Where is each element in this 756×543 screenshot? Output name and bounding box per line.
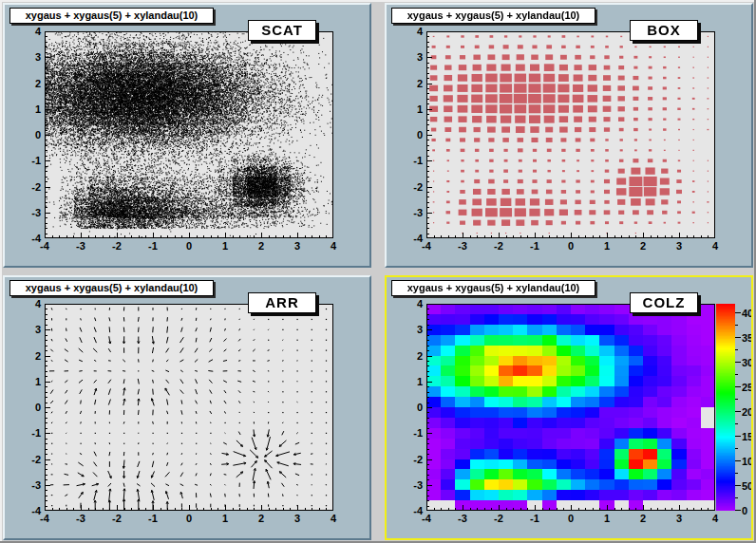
pad-box[interactable]: xygaus + xygaus(5) + xylandau(10) BOX -4…: [385, 3, 753, 268]
x-tick-label: -2: [487, 240, 510, 252]
y-tick-label: -1: [394, 427, 423, 439]
y-tick-label: -2: [12, 181, 41, 193]
x-tick-label: -1: [523, 240, 546, 252]
y-tick-label: 4: [394, 26, 423, 37]
x-tick-label: -1: [523, 513, 546, 524]
y-tick-label: 3: [12, 324, 41, 335]
x-tick-label: -3: [451, 513, 474, 524]
y-tick-label: -3: [394, 207, 423, 218]
x-tick-label: 0: [178, 513, 200, 524]
pad-colz[interactable]: xygaus + xygaus(5) + xylandau(10) COLZ -…: [385, 275, 753, 540]
x-tick-label: -2: [487, 513, 510, 524]
x-tick-label: 3: [668, 513, 690, 524]
y-tick-label: 1: [12, 103, 41, 115]
root-canvas: xygaus + xygaus(5) + xylandau(10) SCAT -…: [0, 0, 756, 543]
y-tick-label: 0: [12, 129, 41, 140]
x-tick-label: 2: [250, 513, 273, 524]
y-tick-label: 3: [394, 324, 423, 335]
x-tick-label: 1: [595, 513, 618, 524]
y-tick-label: -1: [12, 155, 41, 166]
y-tick-label: -4: [394, 505, 423, 516]
draw-option-label-box[interactable]: BOX: [630, 20, 698, 41]
y-tick-label: 3: [394, 51, 423, 63]
y-tick-label: 4: [12, 26, 41, 37]
z-tick-label: 400: [742, 308, 753, 319]
z-tick-label: 300: [742, 357, 753, 368]
x-tick-label: 2: [632, 513, 654, 524]
pad-scat[interactable]: xygaus + xygaus(5) + xylandau(10) SCAT -…: [3, 3, 371, 268]
y-tick-label: -2: [394, 181, 423, 193]
y-tick-label: -3: [394, 479, 423, 491]
draw-option-label-colz[interactable]: COLZ: [630, 292, 698, 313]
y-tick-label: 2: [12, 350, 41, 362]
x-tick-label: -3: [69, 513, 92, 524]
x-tick-label: 0: [559, 240, 582, 252]
y-tick-label: 0: [12, 402, 41, 413]
x-tick-label: 3: [668, 240, 690, 252]
y-tick-label: -2: [394, 454, 423, 465]
x-tick-label: 1: [595, 240, 618, 252]
x-tick-label: 3: [286, 240, 309, 252]
plot-frame-arr[interactable]: [45, 304, 333, 511]
y-tick-label: 2: [394, 350, 423, 362]
x-tick-label: 1: [214, 240, 236, 252]
x-tick-label: -1: [142, 513, 164, 524]
y-tick-label: 0: [394, 402, 423, 413]
x-tick-label: 4: [704, 240, 727, 252]
plot-frame-box[interactable]: [426, 31, 715, 238]
y-tick-label: 1: [394, 103, 423, 115]
x-tick-label: 1: [214, 513, 236, 524]
x-tick-label: -2: [105, 513, 128, 524]
x-tick-label: -3: [451, 240, 474, 252]
y-tick-label: -3: [12, 207, 41, 218]
histogram-title-box[interactable]: xygaus + xygaus(5) + xylandau(10): [391, 8, 595, 24]
y-tick-label: -4: [12, 233, 41, 244]
y-tick-label: 1: [394, 376, 423, 387]
x-tick-label: 2: [632, 240, 654, 252]
x-tick-label: -2: [105, 240, 128, 252]
z-tick-label: 0: [742, 505, 753, 516]
x-tick-label: 4: [322, 240, 345, 252]
x-tick-label: 2: [250, 240, 273, 252]
x-tick-label: -3: [69, 240, 92, 252]
y-tick-label: -3: [12, 479, 41, 491]
z-tick-label: 200: [742, 406, 753, 418]
histogram-title-box[interactable]: xygaus + xygaus(5) + xylandau(10): [9, 280, 214, 296]
y-tick-label: 1: [12, 376, 41, 387]
y-tick-label: 2: [394, 78, 423, 89]
draw-option-label-arr[interactable]: ARR: [248, 292, 316, 313]
z-tick-label: 150: [742, 431, 753, 442]
x-tick-label: 3: [286, 513, 309, 524]
color-palette-bar[interactable]: [716, 304, 742, 511]
plot-frame-colz[interactable]: [426, 304, 715, 511]
z-tick-label: 250: [742, 382, 753, 393]
x-tick-label: -1: [142, 240, 164, 252]
y-tick-label: -1: [394, 155, 423, 166]
y-tick-label: 4: [394, 298, 423, 309]
pad-arr[interactable]: xygaus + xygaus(5) + xylandau(10) ARR -4…: [3, 275, 371, 540]
z-tick-label: 350: [742, 332, 753, 344]
draw-option-label-scat[interactable]: SCAT: [248, 20, 316, 41]
z-tick-label: 50: [742, 480, 753, 492]
x-tick-label: 0: [559, 513, 582, 524]
y-tick-label: 2: [12, 78, 41, 89]
y-tick-label: 0: [394, 129, 423, 140]
y-tick-label: 3: [12, 51, 41, 63]
y-tick-label: -4: [12, 505, 41, 516]
plot-frame-scat[interactable]: [45, 31, 333, 238]
x-tick-label: 4: [704, 513, 727, 524]
y-tick-label: -1: [12, 427, 41, 439]
histogram-title-box[interactable]: xygaus + xygaus(5) + xylandau(10): [9, 8, 214, 24]
y-tick-label: -2: [12, 454, 41, 465]
x-tick-label: 0: [178, 240, 200, 252]
z-tick-label: 100: [742, 456, 753, 467]
y-tick-label: 4: [12, 298, 41, 309]
y-tick-label: -4: [394, 233, 423, 244]
x-tick-label: 4: [322, 513, 345, 524]
histogram-title-box[interactable]: xygaus + xygaus(5) + xylandau(10): [391, 280, 595, 296]
